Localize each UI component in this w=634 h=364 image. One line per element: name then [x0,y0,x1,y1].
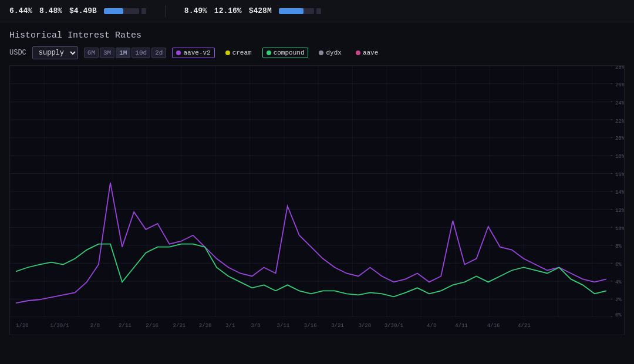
svg-text:20%: 20% [615,136,624,141]
svg-text:4%: 4% [615,279,622,285]
svg-text:18%: 18% [615,154,624,160]
chart-controls: USDC supply borrow 6M 3M 1M 10d 2d aave-… [9,46,625,59]
svg-text:12%: 12% [615,208,624,214]
left-stats: 6.44% 8.48% $4.49B [9,6,146,15]
main-content: Historical Interest Rates USDC supply bo… [0,22,634,335]
chart-svg: 1/28 1/30/1 2/8 2/11 2/16 2/21 2/28 3/1 … [10,66,624,335]
svg-text:3/1: 3/1 [225,323,235,329]
legend-aave[interactable]: aave [352,48,382,58]
right-stat-3: $428M [249,6,272,15]
legend-label-aave-v2: aave-v2 [183,49,210,56]
legend-dot-dydx [319,50,323,55]
chart-wrapper: 1/28 1/30/1 2/8 2/11 2/16 2/21 2/28 3/1 … [9,65,625,335]
top-bar: 6.44% 8.48% $4.49B 8.49% 12.16% $428M [0,0,634,22]
svg-text:16%: 16% [615,172,624,178]
legend-cream[interactable]: cream [222,48,255,58]
legend-label-cream: cream [232,49,252,56]
svg-text:3/21: 3/21 [331,323,344,329]
svg-text:10%: 10% [615,226,624,232]
legend-dot-cream [225,50,230,55]
svg-text:3/16: 3/16 [304,323,317,329]
svg-text:4/11: 4/11 [455,323,468,329]
svg-text:2/16: 2/16 [146,323,158,329]
svg-text:22%: 22% [615,119,624,124]
legend-label-aave: aave [363,49,378,56]
right-progress-end [316,8,321,14]
legend: aave-v2 cream compound dydx aave [172,48,382,58]
legend-label-dydx: dydx [326,49,341,56]
legend-compound[interactable]: compound [262,48,309,58]
left-stat-2: 8.48% [39,6,62,15]
time-btn-2d[interactable]: 2d [151,48,166,58]
left-stat-3: $4.49B [69,6,97,15]
svg-text:14%: 14% [615,190,624,196]
svg-text:2/8: 2/8 [90,323,100,329]
svg-text:2/28: 2/28 [199,323,212,329]
svg-text:26%: 26% [615,82,624,88]
svg-text:4/8: 4/8 [427,323,436,329]
left-progress-bg [104,8,139,14]
svg-text:28%: 28% [615,66,624,70]
right-progress-bg [279,8,314,14]
svg-text:2%: 2% [615,297,622,303]
chart-title: Historical Interest Rates [9,31,625,41]
svg-text:4/16: 4/16 [487,323,500,329]
left-progress [104,8,146,14]
time-btn-10d[interactable]: 10d [131,48,150,58]
time-btn-6m[interactable]: 6M [84,48,99,58]
right-stat-2: 12.16% [214,6,242,15]
svg-text:24%: 24% [615,100,624,106]
time-buttons: 6M 3M 1M 10d 2d [84,48,167,58]
svg-text:1/28: 1/28 [16,323,29,329]
left-stat-1: 6.44% [9,6,32,15]
right-progress-fill [279,8,303,14]
svg-text:3/28: 3/28 [358,323,371,329]
legend-dydx[interactable]: dydx [315,48,345,58]
top-bar-separator [165,5,166,17]
currency-label: USDC [9,49,26,57]
svg-text:6%: 6% [615,262,622,268]
svg-text:3/11: 3/11 [277,323,290,329]
left-progress-fill [104,8,123,14]
svg-text:2/11: 2/11 [119,323,131,329]
legend-label-compound: compound [274,49,305,56]
svg-text:3/8: 3/8 [251,323,260,329]
legend-dot-aave-v2 [176,50,181,55]
svg-text:1/30/1: 1/30/1 [50,323,69,329]
right-stat-1: 8.49% [184,6,207,15]
svg-text:8%: 8% [615,244,622,250]
svg-text:0%: 0% [615,312,622,318]
svg-text:2/21: 2/21 [173,323,186,329]
svg-text:4/21: 4/21 [518,323,531,329]
right-stats: 8.49% 12.16% $428M [184,6,321,15]
time-btn-1m[interactable]: 1M [116,48,130,58]
legend-dot-compound [267,50,271,55]
legend-dot-aave [356,50,360,55]
right-progress [279,8,321,14]
left-progress-end [141,8,146,14]
svg-text:3/30/1: 3/30/1 [385,323,404,329]
time-btn-3m[interactable]: 3M [100,48,114,58]
legend-aave-v2[interactable]: aave-v2 [172,48,214,58]
supply-dropdown[interactable]: supply borrow [32,46,78,59]
